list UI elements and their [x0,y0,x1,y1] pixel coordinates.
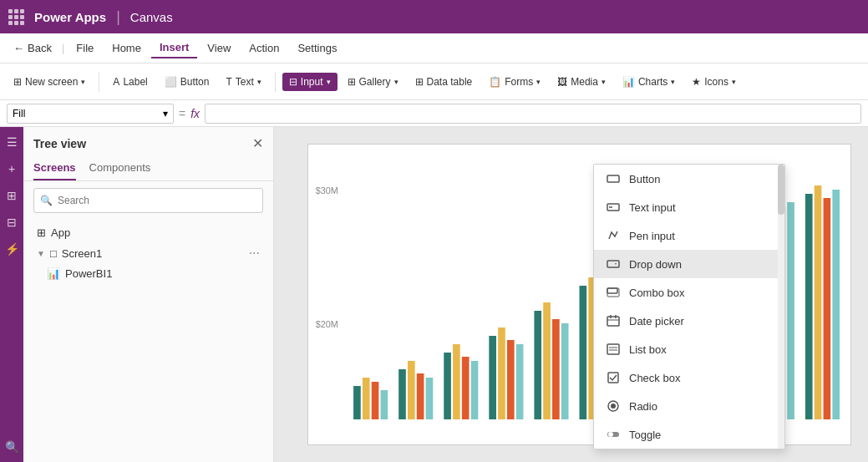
fx-label: fx [190,107,200,120]
svg-point-15 [611,404,616,409]
dropdown-label-list-box: List box [629,343,667,356]
menu-bar: ← Back | File Home Insert View Action Se… [0,33,868,63]
dropdown-item-list-box[interactable]: List box [594,335,784,363]
dropdown-item-drop-down[interactable]: Drop down [594,250,784,278]
equals-sign: = [179,107,185,120]
input-button[interactable]: ⊟ Input ▾ [282,73,338,91]
data-icon[interactable]: ⊟ [3,214,20,231]
svg-rect-36 [534,311,541,419]
input-dropdown-menu: Button Text input Pen input [593,164,785,449]
menu-item-home[interactable]: Home [104,38,150,58]
dropdown-label-toggle: Toggle [629,429,661,441]
svg-rect-37 [543,302,551,419]
tree-item-powerbi1[interactable]: 📊 PowerBI1 [23,264,273,283]
new-screen-button[interactable]: ⊞ New screen ▾ [7,73,92,91]
menu-item-view[interactable]: View [199,38,239,58]
tree-item-app[interactable]: ⊞ App [23,223,273,242]
dropdown-item-date-picker[interactable]: Date picker [594,307,784,335]
dropdown-scroll-thumb [778,165,784,215]
tree-search-icon: 🔍 [40,195,53,206]
tree-view-icon[interactable]: ☰ [3,134,20,150]
svg-rect-3 [607,261,619,267]
button-button[interactable]: ⬜ Button [158,73,216,91]
toolbar: ⊞ New screen ▾ A Label ⬜ Button T Text ▾… [0,63,868,100]
dropdown-item-pen-input[interactable]: Pen input [594,221,784,250]
dropdown-item-check-box[interactable]: Check box [594,363,784,392]
dropdown-label-button: Button [629,173,661,185]
media-icon: 🖼 [557,76,567,88]
dropdown-label-date-picker: Date picker [629,315,684,327]
svg-rect-38 [552,319,560,419]
charts-chevron: ▾ [671,78,675,86]
text-btn-label: Text [236,76,254,88]
svg-rect-26 [417,373,424,419]
dropdown-label-check-box: Check box [629,372,680,384]
screen1-icon: □ [50,247,57,260]
gallery-button[interactable]: ⊞ Gallery ▾ [341,73,405,91]
formula-input[interactable] [205,104,861,124]
menu-item-action[interactable]: Action [241,38,287,58]
svg-rect-59 [787,202,794,419]
data-table-button[interactable]: ⊞ Data table [409,73,480,91]
gallery-btn-label: Gallery [359,76,391,88]
menu-item-settings[interactable]: Settings [289,38,345,58]
tree-tab-screens[interactable]: Screens [33,156,76,180]
svg-rect-61 [815,185,822,419]
drop-down-dropdown-icon [606,256,621,272]
power-icon[interactable]: ⚡ [3,241,20,257]
charts-button[interactable]: 📊 Charts ▾ [616,73,682,91]
dropdown-item-radio[interactable]: Radio [594,392,784,420]
pen-input-dropdown-icon [606,228,621,243]
menu-item-file[interactable]: File [68,38,102,58]
forms-button[interactable]: 📋 Forms ▾ [482,73,547,91]
svg-rect-63 [832,190,840,419]
icons-button[interactable]: ★ Icons ▾ [685,73,743,91]
add-screen-icon[interactable]: + [3,160,20,177]
svg-rect-60 [805,194,813,419]
svg-rect-0 [607,175,619,182]
svg-rect-62 [824,198,831,419]
dropdown-item-button[interactable]: Button [594,165,784,193]
product-name: Canvas [130,10,173,24]
svg-rect-28 [444,353,451,419]
tree-header: Tree view ✕ [23,127,273,156]
gallery-chevron: ▾ [394,78,398,86]
button-btn-label: Button [180,76,210,88]
check-box-dropdown-icon [606,370,621,385]
button-dropdown-icon [606,171,621,186]
charts-icon: 📊 [622,76,635,88]
media-label: Media [571,76,598,88]
brand-name: Power Apps [34,10,106,24]
dropdown-label-drop-down: Drop down [629,258,682,271]
label-button[interactable]: A Label [106,73,154,91]
canvas-area: Button Text input Pen input [274,127,868,462]
menu-separator: | [62,42,64,54]
brand-separator: | [116,8,120,26]
dropdown-item-toggle[interactable]: Toggle [594,420,784,449]
media-button[interactable]: 🖼 Media ▾ [551,73,612,91]
svg-rect-34 [507,340,515,419]
tree-tabs: Screens Components [23,156,273,181]
dropdown-item-text-input[interactable]: Text input [594,193,784,221]
components-icon[interactable]: ⊞ [3,187,20,204]
property-dropdown[interactable]: Fill ▾ [7,104,174,124]
search-icon[interactable]: 🔍 [3,439,20,455]
svg-rect-20 [353,386,361,419]
input-icon: ⊟ [289,76,297,88]
dropdown-scrollbar [778,165,784,449]
tree-item-screen1[interactable]: ▼ □ Screen1 ··· [23,242,273,264]
svg-rect-31 [471,361,479,419]
tree-close-button[interactable]: ✕ [252,135,263,151]
screen1-label: Screen1 [62,247,102,260]
dropdown-label-radio: Radio [629,400,657,413]
screen1-more-icon[interactable]: ··· [249,246,260,261]
text-button[interactable]: T Text ▾ [219,73,267,91]
menu-item-insert[interactable]: Insert [151,38,197,58]
tree-title: Tree view [33,137,86,150]
tree-search-input[interactable] [33,188,263,213]
apps-grid-icon[interactable] [8,9,24,25]
back-button[interactable]: ← Back [7,38,58,58]
dropdown-item-combo-box[interactable]: Combo box [594,278,784,307]
powerbi-icon: 📊 [47,267,60,280]
tree-tab-components[interactable]: Components [89,156,151,180]
